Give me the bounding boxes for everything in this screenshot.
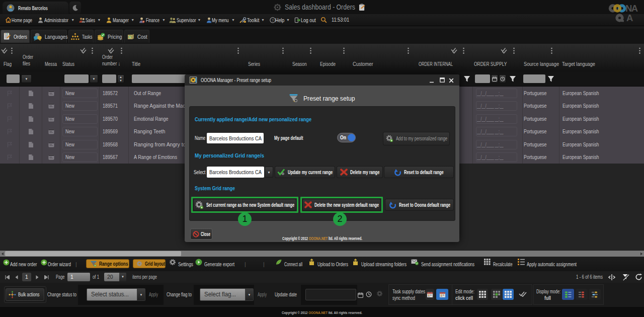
svg-text:A: A bbox=[626, 13, 633, 23]
svg-text:?: ? bbox=[272, 18, 274, 22]
svg-text:NA: NA bbox=[625, 3, 638, 14]
